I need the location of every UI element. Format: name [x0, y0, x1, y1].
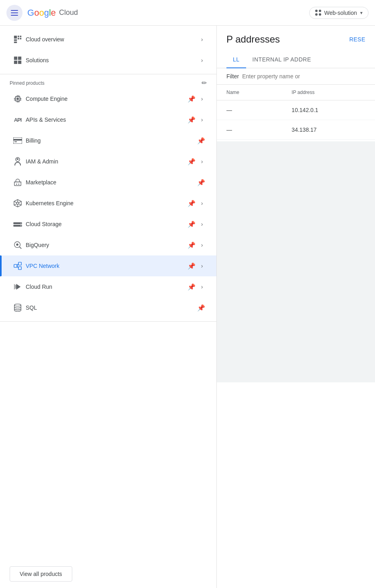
billing-icon — [10, 137, 26, 144]
svg-rect-5 — [14, 39, 17, 41]
sidebar-label-marketplace: Marketplace — [26, 179, 196, 186]
sidebar-label-sql: SQL — [26, 304, 196, 311]
svg-rect-44 — [18, 262, 21, 265]
ip-table: Name IP address — 10.142.0.1 — 34.138.17 — [217, 85, 375, 140]
project-selector[interactable]: Web-solution ▾ — [309, 7, 369, 19]
view-all-container: View all products — [0, 560, 216, 588]
svg-rect-22 — [13, 139, 22, 141]
sql-icon — [10, 303, 26, 312]
svg-rect-2 — [20, 36, 22, 37]
sidebar-item-apis-services[interactable]: API APIs & Services 📌 › — [0, 109, 216, 130]
svg-point-50 — [14, 304, 21, 306]
sidebar-label-cloud-overview: Cloud overview — [26, 36, 197, 43]
svg-rect-20 — [20, 100, 22, 100]
svg-rect-10 — [18, 61, 21, 64]
svg-rect-25 — [14, 182, 21, 186]
edit-icon[interactable]: ✏ — [202, 79, 207, 87]
cloud-storage-icon — [10, 221, 26, 227]
svg-rect-12 — [16, 98, 19, 100]
svg-rect-23 — [14, 141, 17, 142]
sidebar-item-sql[interactable]: SQL 📌 — [0, 297, 216, 318]
filter-input[interactable] — [242, 73, 365, 80]
tab-all[interactable]: LL — [226, 51, 246, 68]
svg-rect-4 — [20, 38, 22, 39]
pinned-title: Pinned products — [10, 80, 45, 86]
row-name: — — [217, 100, 282, 120]
sidebar-item-solutions[interactable]: Solutions › — [0, 50, 216, 71]
sidebar-item-billing[interactable]: Billing 📌 — [0, 130, 216, 151]
sidebar-item-cloud-overview[interactable]: Cloud overview › — [0, 29, 216, 50]
sidebar-item-bigquery[interactable]: BigQuery 📌 › — [0, 235, 216, 255]
solutions-icon — [10, 56, 26, 65]
sidebar-label-storage: Cloud Storage — [26, 221, 186, 227]
svg-rect-17 — [14, 98, 16, 99]
project-name: Web-solution — [324, 10, 357, 16]
svg-line-34 — [18, 201, 21, 202]
sidebar: Cloud overview › Solutions › Pinned prod… — [0, 26, 217, 588]
svg-rect-9 — [14, 61, 17, 64]
sidebar-item-marketplace[interactable]: Marketplace 📌 — [0, 172, 216, 193]
svg-rect-0 — [14, 36, 17, 39]
bigquery-icon — [10, 241, 26, 249]
arrow-right-icon: › — [197, 115, 207, 125]
arrow-right-icon: › — [197, 157, 207, 166]
sidebar-nav-section: Cloud overview › Solutions › — [0, 26, 216, 74]
ip-tabs: LL INTERNAL IP ADDRE — [217, 51, 375, 68]
marketplace-icon — [10, 178, 26, 187]
row-ip: 10.142.0.1 — [282, 100, 375, 120]
arrow-right-icon: › — [197, 282, 207, 292]
topbar: Google Cloud Web-solution ▾ — [0, 0, 375, 26]
sidebar-label-cloud-run: Cloud Run — [26, 284, 186, 290]
col-ip: IP address — [282, 85, 375, 100]
svg-line-32 — [14, 201, 17, 202]
table-row[interactable]: — 34.138.17 — [217, 120, 375, 140]
sidebar-item-cloud-storage[interactable]: Cloud Storage 📌 › — [0, 214, 216, 235]
svg-point-26 — [16, 184, 17, 185]
svg-point-42 — [16, 243, 18, 246]
arrow-right-icon: › — [197, 219, 207, 229]
sidebar-label-apis: APIs & Services — [26, 116, 186, 123]
svg-rect-8 — [18, 57, 21, 60]
sidebar-item-iam-admin[interactable]: IAM & Admin 📌 › — [0, 151, 216, 172]
svg-rect-18 — [14, 100, 16, 100]
svg-rect-14 — [18, 95, 19, 97]
sidebar-item-cloud-run[interactable]: Cloud Run 📌 › — [0, 276, 216, 297]
col-name: Name — [217, 85, 282, 100]
sidebar-item-vpc-network[interactable]: VPC Network 📌 › — [0, 255, 216, 276]
arrow-right-icon: › — [197, 261, 207, 271]
cloud-run-icon — [10, 282, 26, 291]
menu-button[interactable] — [6, 5, 22, 21]
reserve-button[interactable]: RESE — [349, 36, 365, 43]
sidebar-label-solutions: Solutions — [26, 57, 197, 63]
svg-rect-13 — [17, 95, 18, 97]
arrow-right-icon: › — [197, 55, 207, 65]
tab-internal[interactable]: INTERNAL IP ADDRE — [246, 51, 318, 68]
pin-icon: 📌 — [186, 260, 197, 272]
svg-rect-19 — [20, 98, 22, 99]
table-row[interactable]: — 10.142.0.1 — [217, 100, 375, 120]
svg-rect-1 — [18, 36, 19, 37]
pin-icon: 📌 — [186, 281, 197, 292]
sidebar-item-kubernetes[interactable]: Kubernetes Engine 📌 › — [0, 193, 216, 214]
iam-icon — [10, 157, 26, 166]
svg-line-41 — [20, 247, 22, 249]
svg-point-29 — [16, 202, 19, 204]
view-all-products-button[interactable]: View all products — [10, 566, 72, 582]
apis-icon: API — [10, 117, 26, 123]
chevron-down-icon: ▾ — [360, 10, 363, 16]
svg-rect-16 — [18, 101, 19, 103]
cloud-overview-icon — [10, 35, 26, 44]
sidebar-label-kubernetes: Kubernetes Engine — [26, 200, 186, 206]
google-logo: Google — [27, 8, 56, 18]
ip-page-header: P addresses RESE — [217, 26, 375, 45]
svg-line-35 — [14, 204, 17, 205]
svg-rect-6 — [14, 42, 17, 43]
svg-rect-45 — [18, 267, 21, 270]
pin-icon: 📌 — [186, 239, 197, 251]
pin-icon: 📌 — [186, 93, 197, 104]
svg-rect-15 — [17, 101, 18, 103]
right-content: P addresses RESE LL INTERNAL IP ADDRE Fi… — [217, 26, 375, 588]
sidebar-item-compute-engine[interactable]: Compute Engine 📌 › — [0, 88, 216, 109]
svg-rect-43 — [14, 264, 17, 267]
hamburger-icon — [11, 10, 18, 16]
